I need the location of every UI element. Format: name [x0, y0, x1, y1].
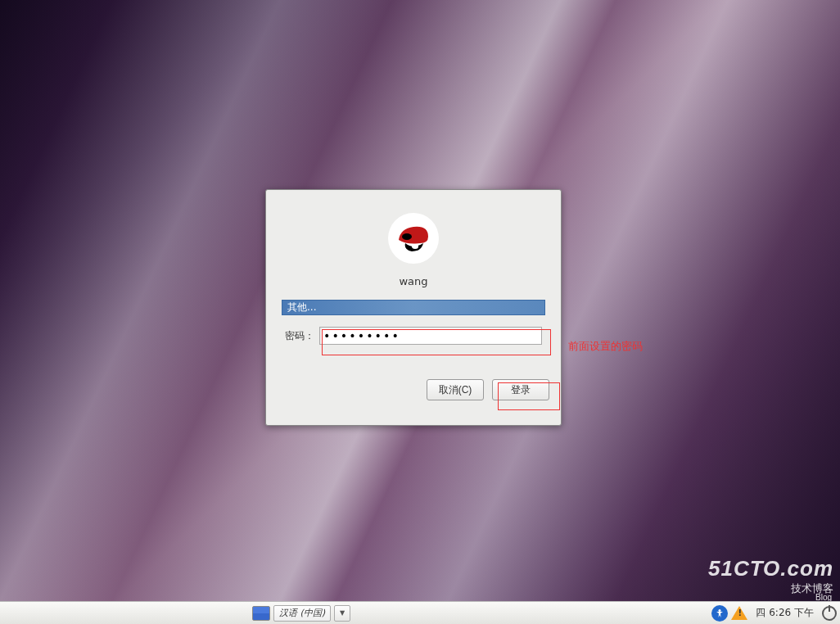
power-button[interactable]: [822, 606, 837, 621]
annotation-text-password: 前面设置的密码: [568, 339, 643, 354]
other-user-row[interactable]: 其他...: [282, 300, 545, 315]
password-label: 密码：: [285, 329, 314, 343]
accessibility-button[interactable]: [711, 605, 728, 622]
clock: 四 6:26 下午: [751, 606, 819, 620]
login-dialog: wang 其他... 密码： 取消(C) 登录: [265, 189, 562, 426]
password-row: 密码：: [285, 327, 542, 345]
power-icon: [822, 606, 837, 621]
language-flag-icon[interactable]: [252, 606, 270, 621]
password-input[interactable]: [319, 327, 542, 345]
svg-point-2: [412, 244, 418, 249]
redhat-icon: [391, 215, 436, 261]
watermark-line1: 51CTO.com: [708, 556, 833, 581]
dialog-button-row: 取消(C) 登录: [266, 379, 561, 400]
language-dropdown-button[interactable]: ▼: [334, 605, 350, 622]
warning-icon: [731, 606, 747, 620]
taskbar: 汉语 (中国) ▼ 四 6:26 下午: [0, 601, 840, 624]
warning-button[interactable]: [731, 606, 747, 620]
cancel-button[interactable]: 取消(C): [427, 379, 484, 400]
language-selector[interactable]: 汉语 (中国): [273, 605, 331, 622]
user-avatar: [388, 213, 439, 264]
login-button[interactable]: 登录: [492, 379, 549, 400]
svg-point-3: [719, 609, 721, 612]
svg-point-1: [402, 233, 412, 240]
accessibility-icon: [711, 605, 728, 622]
watermark: 51CTO.com 技术博客 Blog: [708, 556, 833, 596]
username-label: wang: [399, 275, 427, 287]
